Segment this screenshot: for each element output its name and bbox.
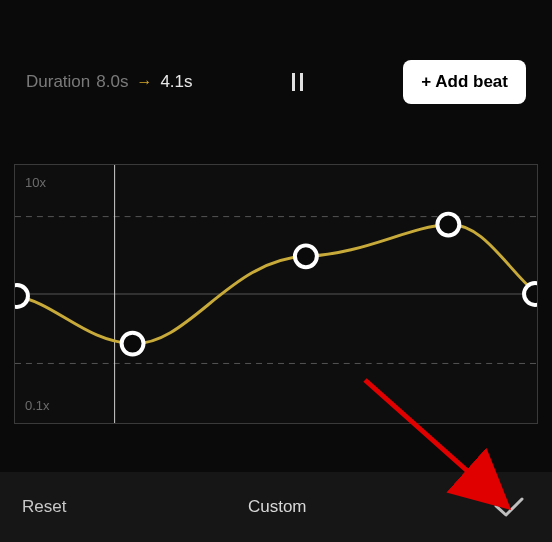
- control-point[interactable]: [437, 214, 459, 236]
- pause-button[interactable]: [288, 69, 307, 95]
- control-point[interactable]: [122, 333, 144, 355]
- add-beat-label: Add beat: [435, 72, 508, 92]
- add-beat-button[interactable]: + Add beat: [403, 60, 526, 104]
- speed-curve-chart[interactable]: 10x 0.1x: [14, 164, 538, 424]
- mode-label: Custom: [248, 497, 307, 517]
- reset-label: Reset: [22, 497, 66, 516]
- control-point[interactable]: [524, 283, 537, 305]
- control-point[interactable]: [15, 285, 28, 307]
- check-icon: [494, 496, 524, 518]
- duration-label: Duration: [26, 72, 90, 92]
- speed-curve[interactable]: [15, 224, 537, 343]
- reset-button[interactable]: Reset: [22, 497, 66, 517]
- plus-icon: +: [421, 72, 431, 92]
- control-point[interactable]: [295, 245, 317, 267]
- duration-new: 4.1s: [160, 72, 192, 92]
- duration-readout: Duration8.0s → 4.1s: [26, 72, 193, 92]
- bottom-bar: Reset Custom: [0, 472, 552, 542]
- confirm-button[interactable]: [488, 490, 530, 524]
- arrow-right-icon: →: [136, 73, 152, 91]
- duration-old: 8.0s: [96, 72, 128, 92]
